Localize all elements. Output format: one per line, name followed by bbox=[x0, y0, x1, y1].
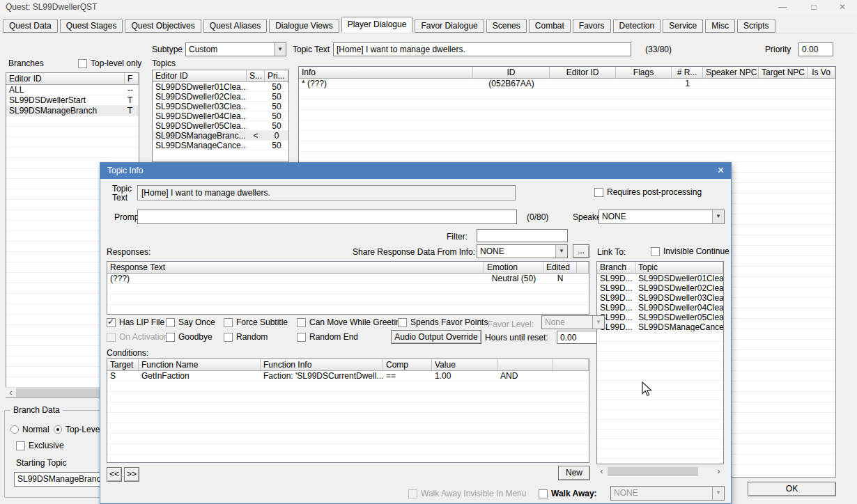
table-row[interactable] bbox=[597, 381, 723, 391]
table-row[interactable]: SL99DSManageCance...50 bbox=[153, 141, 288, 150]
column-header[interactable]: Emotion bbox=[484, 262, 543, 274]
tab-detection[interactable]: Detection bbox=[613, 19, 661, 33]
hours-until-reset-input[interactable]: 0.00 bbox=[557, 331, 597, 344]
minimize-icon[interactable]: — bbox=[771, 0, 794, 15]
table-row[interactable] bbox=[107, 305, 589, 315]
maximize-icon[interactable]: □ bbox=[802, 0, 826, 15]
column-header[interactable]: Editor ID bbox=[550, 67, 616, 79]
tab-quest-aliases[interactable]: Quest Aliases bbox=[203, 19, 267, 33]
tab-combat[interactable]: Combat bbox=[529, 19, 571, 33]
scroll-left-icon[interactable]: ‹ bbox=[6, 388, 16, 397]
invisible-continue-checkbox[interactable]: Invisible Continue bbox=[651, 246, 729, 256]
filter-input[interactable] bbox=[477, 229, 568, 242]
table-row[interactable]: SL99DSManageBranchT bbox=[6, 106, 139, 116]
column-header[interactable]: F bbox=[125, 73, 139, 85]
tab-dialogue-views[interactable]: Dialogue Views bbox=[269, 19, 339, 33]
table-row[interactable] bbox=[107, 392, 589, 402]
table-row[interactable] bbox=[107, 294, 589, 305]
table-row[interactable] bbox=[299, 131, 835, 141]
table-row[interactable]: SL99D...SL99DSDweller05Clear * bbox=[597, 313, 723, 322]
table-row[interactable]: * (???)(052B67AA)1 bbox=[299, 79, 835, 89]
chevron-down-icon[interactable]: ▼ bbox=[555, 245, 567, 258]
normal-radio[interactable]: Normal bbox=[10, 425, 49, 434]
column-header[interactable] bbox=[553, 359, 589, 371]
tab-service[interactable]: Service bbox=[663, 19, 703, 33]
table-row[interactable]: SL99D...SL99DSDweller01Clear * bbox=[597, 274, 723, 283]
table-row[interactable] bbox=[299, 152, 835, 162]
tab-quest-objectives[interactable]: Quest Objectives bbox=[125, 19, 201, 33]
column-header[interactable]: S... bbox=[247, 70, 265, 82]
table-row[interactable] bbox=[107, 413, 589, 423]
subtype-select[interactable]: Custom ▼ bbox=[185, 42, 286, 56]
random-checkbox[interactable]: Random bbox=[224, 332, 268, 342]
column-header[interactable]: ID bbox=[473, 67, 550, 79]
tab-quest-data[interactable]: Quest Data bbox=[3, 19, 58, 33]
share-response-browse-button[interactable]: ... bbox=[573, 244, 589, 258]
scroll-right-icon[interactable]: › bbox=[713, 466, 724, 477]
column-header[interactable]: Info bbox=[299, 67, 473, 79]
table-row[interactable] bbox=[299, 110, 835, 120]
exclusive-checkbox[interactable]: Exclusive bbox=[16, 441, 64, 450]
table-row[interactable] bbox=[107, 402, 589, 413]
prompt-input[interactable] bbox=[137, 210, 517, 224]
table-row[interactable] bbox=[597, 439, 723, 449]
link-to-table[interactable]: BranchTopicSL99D...SL99DSDweller01Clear … bbox=[596, 261, 724, 464]
table-row[interactable] bbox=[107, 434, 589, 444]
chevron-down-icon[interactable]: ▼ bbox=[274, 43, 286, 56]
column-header[interactable]: Function Info bbox=[261, 359, 383, 371]
column-header[interactable] bbox=[577, 262, 589, 274]
table-row[interactable] bbox=[597, 410, 723, 420]
table-row[interactable] bbox=[597, 342, 723, 352]
column-header[interactable]: Target bbox=[107, 359, 139, 371]
ok-button[interactable]: OK bbox=[748, 482, 836, 496]
prev-button[interactable]: << bbox=[107, 467, 122, 482]
table-row[interactable] bbox=[107, 381, 589, 392]
top-level-only-checkbox[interactable]: Top-level only bbox=[78, 58, 141, 68]
priority-input[interactable]: 0.00 bbox=[798, 42, 833, 56]
column-header[interactable]: Flags bbox=[616, 67, 672, 79]
conditions-table[interactable]: TargetFunction NameFunction InfoCompValu… bbox=[107, 359, 589, 463]
table-row[interactable]: SL99D...SL99DSManageCancel * bbox=[597, 322, 723, 332]
column-header[interactable]: Editor ID bbox=[153, 70, 247, 82]
tab-misc[interactable]: Misc bbox=[705, 19, 735, 33]
table-row[interactable] bbox=[299, 141, 835, 152]
table-row[interactable] bbox=[597, 361, 723, 371]
table-row[interactable] bbox=[153, 150, 288, 160]
column-header[interactable] bbox=[497, 359, 553, 371]
table-row[interactable] bbox=[107, 455, 589, 463]
column-header[interactable]: Topic bbox=[635, 262, 723, 274]
spends-favor-points-checkbox[interactable]: Spends Favor Points bbox=[398, 317, 488, 327]
table-row[interactable]: SL99DSDweller04Clea...50 bbox=[153, 111, 288, 121]
column-header[interactable]: Value bbox=[432, 359, 497, 371]
new-condition-button[interactable]: New bbox=[558, 466, 590, 480]
column-header[interactable]: Is Vo bbox=[808, 67, 835, 79]
table-row[interactable] bbox=[107, 444, 589, 455]
table-row[interactable] bbox=[299, 120, 835, 131]
next-button[interactable]: >> bbox=[124, 467, 139, 482]
table-row[interactable]: SL99D...SL99DSDweller03Clear * bbox=[597, 293, 723, 303]
column-header[interactable]: Editor ID bbox=[6, 73, 125, 85]
table-row[interactable]: ALL-- bbox=[6, 85, 139, 95]
table-row[interactable]: SL99DSDweller02Clea...50 bbox=[153, 92, 288, 102]
table-row[interactable] bbox=[597, 430, 723, 439]
requires-post-processing-checkbox[interactable]: Requires post-processing bbox=[594, 187, 702, 197]
starting-topic-input[interactable]: SL99DSManageBranch bbox=[14, 472, 109, 487]
column-header[interactable]: # R... bbox=[672, 67, 703, 79]
column-header[interactable]: Branch bbox=[597, 262, 635, 274]
audio-output-override-button[interactable]: Audio Output Override bbox=[391, 330, 481, 344]
table-row[interactable] bbox=[107, 423, 589, 434]
table-row[interactable] bbox=[597, 449, 723, 459]
column-header[interactable]: Speaker NPC bbox=[703, 67, 759, 79]
share-response-select[interactable]: NONE ▼ bbox=[477, 244, 568, 258]
top-level-radio[interactable]: Top-Level bbox=[54, 425, 102, 434]
column-header[interactable]: Comp bbox=[383, 359, 432, 371]
table-row[interactable] bbox=[597, 371, 723, 381]
table-row[interactable] bbox=[597, 400, 723, 410]
tab-favors[interactable]: Favors bbox=[573, 19, 611, 33]
dialog-close-icon[interactable]: ✕ bbox=[717, 165, 725, 175]
table-row[interactable] bbox=[6, 137, 139, 148]
column-header[interactable]: Pri... bbox=[265, 70, 288, 82]
table-row[interactable]: SL99DSDweller05Clea...50 bbox=[153, 121, 288, 131]
table-row[interactable] bbox=[597, 352, 723, 361]
dialog-titlebar[interactable]: Topic Info ✕ bbox=[100, 163, 731, 179]
